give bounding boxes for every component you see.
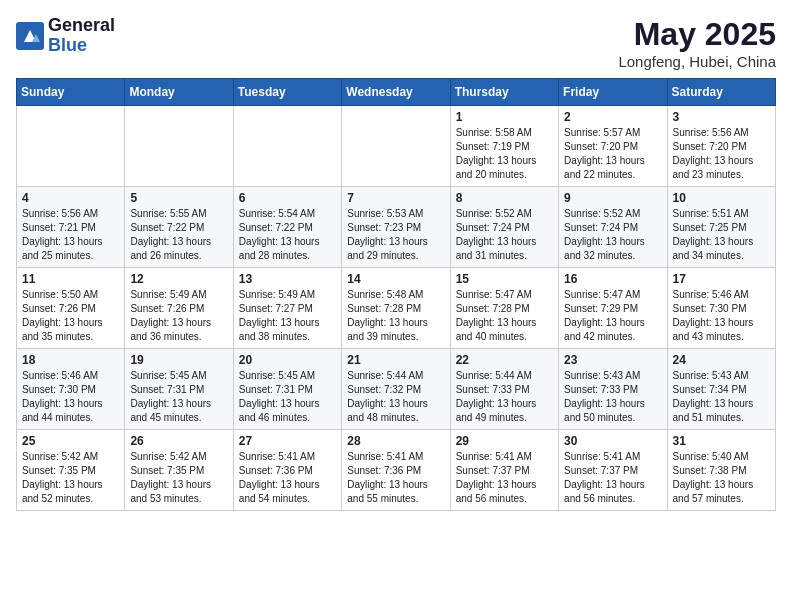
day-info: Sunrise: 5:56 AM Sunset: 7:21 PM Dayligh… <box>22 207 119 263</box>
day-number: 18 <box>22 353 119 367</box>
calendar-cell: 14Sunrise: 5:48 AM Sunset: 7:28 PM Dayli… <box>342 268 450 349</box>
page-header: General Blue May 2025 Longfeng, Hubei, C… <box>16 16 776 70</box>
calendar-cell: 27Sunrise: 5:41 AM Sunset: 7:36 PM Dayli… <box>233 430 341 511</box>
calendar-week-2: 4Sunrise: 5:56 AM Sunset: 7:21 PM Daylig… <box>17 187 776 268</box>
day-info: Sunrise: 5:49 AM Sunset: 7:26 PM Dayligh… <box>130 288 227 344</box>
day-number: 28 <box>347 434 444 448</box>
day-info: Sunrise: 5:53 AM Sunset: 7:23 PM Dayligh… <box>347 207 444 263</box>
calendar-cell: 7Sunrise: 5:53 AM Sunset: 7:23 PM Daylig… <box>342 187 450 268</box>
day-info: Sunrise: 5:43 AM Sunset: 7:34 PM Dayligh… <box>673 369 770 425</box>
header-friday: Friday <box>559 79 667 106</box>
header-tuesday: Tuesday <box>233 79 341 106</box>
day-info: Sunrise: 5:57 AM Sunset: 7:20 PM Dayligh… <box>564 126 661 182</box>
calendar-cell <box>125 106 233 187</box>
calendar-cell: 8Sunrise: 5:52 AM Sunset: 7:24 PM Daylig… <box>450 187 558 268</box>
day-info: Sunrise: 5:58 AM Sunset: 7:19 PM Dayligh… <box>456 126 553 182</box>
day-info: Sunrise: 5:47 AM Sunset: 7:29 PM Dayligh… <box>564 288 661 344</box>
day-number: 5 <box>130 191 227 205</box>
calendar-cell <box>17 106 125 187</box>
day-number: 4 <box>22 191 119 205</box>
calendar-cell: 4Sunrise: 5:56 AM Sunset: 7:21 PM Daylig… <box>17 187 125 268</box>
day-info: Sunrise: 5:54 AM Sunset: 7:22 PM Dayligh… <box>239 207 336 263</box>
location: Longfeng, Hubei, China <box>618 53 776 70</box>
header-saturday: Saturday <box>667 79 775 106</box>
day-number: 1 <box>456 110 553 124</box>
day-info: Sunrise: 5:42 AM Sunset: 7:35 PM Dayligh… <box>130 450 227 506</box>
day-number: 29 <box>456 434 553 448</box>
day-info: Sunrise: 5:45 AM Sunset: 7:31 PM Dayligh… <box>130 369 227 425</box>
day-info: Sunrise: 5:40 AM Sunset: 7:38 PM Dayligh… <box>673 450 770 506</box>
day-number: 3 <box>673 110 770 124</box>
day-number: 31 <box>673 434 770 448</box>
day-number: 21 <box>347 353 444 367</box>
calendar-cell: 11Sunrise: 5:50 AM Sunset: 7:26 PM Dayli… <box>17 268 125 349</box>
calendar-cell: 15Sunrise: 5:47 AM Sunset: 7:28 PM Dayli… <box>450 268 558 349</box>
calendar-cell: 5Sunrise: 5:55 AM Sunset: 7:22 PM Daylig… <box>125 187 233 268</box>
calendar-cell: 3Sunrise: 5:56 AM Sunset: 7:20 PM Daylig… <box>667 106 775 187</box>
day-info: Sunrise: 5:41 AM Sunset: 7:36 PM Dayligh… <box>347 450 444 506</box>
day-number: 15 <box>456 272 553 286</box>
day-number: 2 <box>564 110 661 124</box>
calendar-cell: 17Sunrise: 5:46 AM Sunset: 7:30 PM Dayli… <box>667 268 775 349</box>
calendar-week-4: 18Sunrise: 5:46 AM Sunset: 7:30 PM Dayli… <box>17 349 776 430</box>
day-info: Sunrise: 5:55 AM Sunset: 7:22 PM Dayligh… <box>130 207 227 263</box>
calendar-cell: 31Sunrise: 5:40 AM Sunset: 7:38 PM Dayli… <box>667 430 775 511</box>
day-number: 27 <box>239 434 336 448</box>
calendar-cell: 19Sunrise: 5:45 AM Sunset: 7:31 PM Dayli… <box>125 349 233 430</box>
calendar-cell: 1Sunrise: 5:58 AM Sunset: 7:19 PM Daylig… <box>450 106 558 187</box>
day-number: 17 <box>673 272 770 286</box>
calendar-cell: 22Sunrise: 5:44 AM Sunset: 7:33 PM Dayli… <box>450 349 558 430</box>
day-info: Sunrise: 5:56 AM Sunset: 7:20 PM Dayligh… <box>673 126 770 182</box>
day-number: 30 <box>564 434 661 448</box>
calendar-cell <box>233 106 341 187</box>
calendar-cell: 26Sunrise: 5:42 AM Sunset: 7:35 PM Dayli… <box>125 430 233 511</box>
day-info: Sunrise: 5:41 AM Sunset: 7:37 PM Dayligh… <box>564 450 661 506</box>
day-info: Sunrise: 5:44 AM Sunset: 7:33 PM Dayligh… <box>456 369 553 425</box>
header-wednesday: Wednesday <box>342 79 450 106</box>
calendar-cell: 29Sunrise: 5:41 AM Sunset: 7:37 PM Dayli… <box>450 430 558 511</box>
calendar-week-1: 1Sunrise: 5:58 AM Sunset: 7:19 PM Daylig… <box>17 106 776 187</box>
calendar-cell: 23Sunrise: 5:43 AM Sunset: 7:33 PM Dayli… <box>559 349 667 430</box>
day-number: 19 <box>130 353 227 367</box>
day-info: Sunrise: 5:50 AM Sunset: 7:26 PM Dayligh… <box>22 288 119 344</box>
logo-general: General <box>48 16 115 36</box>
day-number: 26 <box>130 434 227 448</box>
calendar-cell <box>342 106 450 187</box>
day-info: Sunrise: 5:52 AM Sunset: 7:24 PM Dayligh… <box>564 207 661 263</box>
day-number: 24 <box>673 353 770 367</box>
calendar-cell: 13Sunrise: 5:49 AM Sunset: 7:27 PM Dayli… <box>233 268 341 349</box>
logo-icon <box>16 22 44 50</box>
header-monday: Monday <box>125 79 233 106</box>
logo-text: General Blue <box>48 16 115 56</box>
calendar-week-3: 11Sunrise: 5:50 AM Sunset: 7:26 PM Dayli… <box>17 268 776 349</box>
header-row: Sunday Monday Tuesday Wednesday Thursday… <box>17 79 776 106</box>
day-number: 22 <box>456 353 553 367</box>
calendar-cell: 2Sunrise: 5:57 AM Sunset: 7:20 PM Daylig… <box>559 106 667 187</box>
calendar-cell: 16Sunrise: 5:47 AM Sunset: 7:29 PM Dayli… <box>559 268 667 349</box>
day-number: 8 <box>456 191 553 205</box>
day-info: Sunrise: 5:46 AM Sunset: 7:30 PM Dayligh… <box>22 369 119 425</box>
day-number: 16 <box>564 272 661 286</box>
header-thursday: Thursday <box>450 79 558 106</box>
day-number: 20 <box>239 353 336 367</box>
calendar-table: Sunday Monday Tuesday Wednesday Thursday… <box>16 78 776 511</box>
day-number: 14 <box>347 272 444 286</box>
day-number: 11 <box>22 272 119 286</box>
day-info: Sunrise: 5:47 AM Sunset: 7:28 PM Dayligh… <box>456 288 553 344</box>
calendar-cell: 20Sunrise: 5:45 AM Sunset: 7:31 PM Dayli… <box>233 349 341 430</box>
month-title: May 2025 <box>618 16 776 53</box>
calendar-cell: 24Sunrise: 5:43 AM Sunset: 7:34 PM Dayli… <box>667 349 775 430</box>
calendar-body: 1Sunrise: 5:58 AM Sunset: 7:19 PM Daylig… <box>17 106 776 511</box>
day-info: Sunrise: 5:46 AM Sunset: 7:30 PM Dayligh… <box>673 288 770 344</box>
day-number: 6 <box>239 191 336 205</box>
header-sunday: Sunday <box>17 79 125 106</box>
day-number: 23 <box>564 353 661 367</box>
day-info: Sunrise: 5:51 AM Sunset: 7:25 PM Dayligh… <box>673 207 770 263</box>
day-info: Sunrise: 5:45 AM Sunset: 7:31 PM Dayligh… <box>239 369 336 425</box>
calendar-cell: 12Sunrise: 5:49 AM Sunset: 7:26 PM Dayli… <box>125 268 233 349</box>
day-number: 25 <box>22 434 119 448</box>
calendar-cell: 30Sunrise: 5:41 AM Sunset: 7:37 PM Dayli… <box>559 430 667 511</box>
day-info: Sunrise: 5:41 AM Sunset: 7:36 PM Dayligh… <box>239 450 336 506</box>
day-number: 10 <box>673 191 770 205</box>
day-number: 7 <box>347 191 444 205</box>
